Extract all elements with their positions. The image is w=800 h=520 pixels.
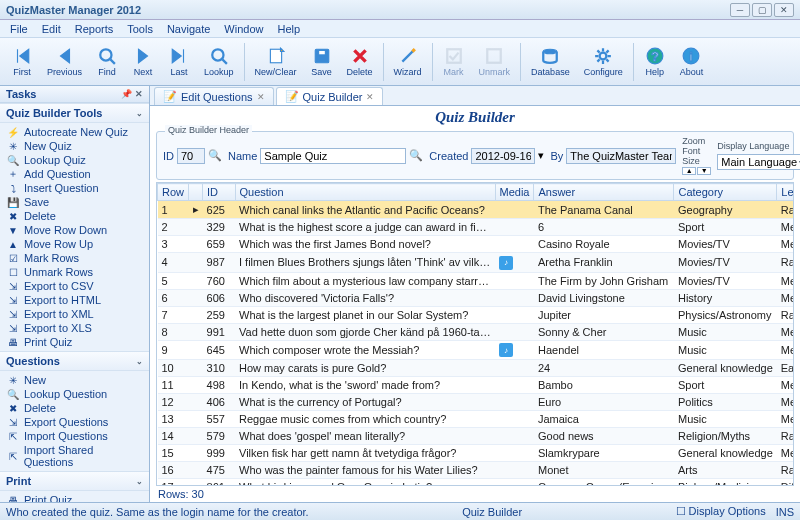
table-row[interactable]: 6606Who discovered 'Victoria Falls'?Davi… [158, 289, 795, 306]
sidebar-item-import-questions[interactable]: ⇱Import Questions [2, 429, 147, 443]
configure-button[interactable]: Configure [577, 43, 630, 80]
table-row[interactable]: 9645Which composer wrote the Messiah?♪Ha… [158, 340, 795, 360]
sidebar-group-quiz-builder-tools[interactable]: Quiz Builder Tools⌄ [0, 103, 149, 123]
menu-window[interactable]: Window [218, 21, 269, 37]
sidebar-item-export-to-html[interactable]: ⇲Export to HTML [2, 293, 147, 307]
lookup-icon[interactable]: 🔍 [208, 149, 222, 162]
quiz-grid[interactable]: RowIDQuestionMediaAnswerCategoryLevelCre… [156, 182, 794, 486]
sidebar-item-move-row-down[interactable]: ▼Move Row Down [2, 223, 147, 237]
col-question[interactable]: Question [235, 184, 495, 201]
minimize-button[interactable]: ─ [730, 3, 750, 17]
svg-rect-6 [488, 49, 502, 63]
sidebar-item-delete[interactable]: ✖Delete [2, 209, 147, 223]
database-button[interactable]: Database [524, 43, 577, 80]
tab-quiz-builder[interactable]: 📝Quiz Builder✕ [276, 87, 384, 105]
first-icon [12, 46, 32, 66]
sidebar-group-print[interactable]: Print⌄ [0, 471, 149, 491]
calendar-icon[interactable]: ▾ [538, 149, 544, 162]
table-row[interactable]: 7259What is the largest planet in our So… [158, 306, 795, 323]
lookup-button[interactable]: Lookup [197, 43, 241, 80]
delete-button[interactable]: Delete [340, 43, 380, 80]
sidebar-item-add-question[interactable]: ＋Add Question [2, 167, 147, 181]
svg-rect-5 [447, 49, 461, 63]
sidebar-item-print-quiz[interactable]: 🖶Print Quiz [2, 335, 147, 349]
save-button[interactable]: Save [304, 43, 340, 80]
col-row[interactable]: Row [158, 184, 189, 201]
sidebar-item-move-row-up[interactable]: ▲Move Row Up [2, 237, 147, 251]
sidebar-item-import-shared-questions[interactable]: ⇱Import Shared Questions [2, 443, 147, 469]
sidebar-item-export-to-csv[interactable]: ⇲Export to CSV [2, 279, 147, 293]
first-button[interactable]: First [4, 43, 40, 80]
sound-icon: ♪ [499, 256, 513, 270]
created-field[interactable] [471, 148, 535, 164]
table-row[interactable]: 3659Which was the first James Bond novel… [158, 236, 795, 253]
pin-icon[interactable]: 📌 ✕ [121, 89, 143, 99]
menu-edit[interactable]: Edit [36, 21, 67, 37]
sidebar-group-questions[interactable]: Questions⌄ [0, 351, 149, 371]
col-media[interactable]: Media [495, 184, 534, 201]
quiz-header-box: ID🔍 Name🔍 Created▾ By Zoom Font Size ▲▼ … [156, 131, 794, 180]
sidebar-item-save[interactable]: 💾Save [2, 195, 147, 209]
last-button[interactable]: Last [161, 43, 197, 80]
close-tab-icon[interactable]: ✕ [366, 92, 374, 102]
by-label: By [550, 150, 563, 162]
wizard-button[interactable]: Wizard [387, 43, 429, 80]
table-row[interactable]: 15999Vilken fisk har gett namn åt tvetyd… [158, 445, 795, 462]
chevron-icon: ⌄ [136, 477, 143, 486]
zoom-out-button[interactable]: ▼ [697, 167, 711, 175]
name-field[interactable] [260, 148, 406, 164]
tab-edit-questions[interactable]: 📝Edit Questions✕ [154, 87, 274, 105]
sidebar-item-insert-question[interactable]: ⤵Insert Question [2, 181, 147, 195]
previous-button[interactable]: Previous [40, 43, 89, 80]
sidebar-item-autocreate-new-quiz[interactable]: ⚡Autocreate New Quiz [2, 125, 147, 139]
table-row[interactable]: 4987I filmen Blues Brothers sjungs låten… [158, 253, 795, 273]
sidebar-item-new-quiz[interactable]: ✳New Quiz [2, 139, 147, 153]
about-button[interactable]: iAbout [673, 43, 711, 80]
menu-tools[interactable]: Tools [121, 21, 159, 37]
sidebar-item-new[interactable]: ✳New [2, 373, 147, 387]
col-answer[interactable]: Answer [534, 184, 674, 201]
zoom-in-button[interactable]: ▲ [682, 167, 696, 175]
menu-navigate[interactable]: Navigate [161, 21, 216, 37]
table-row[interactable]: 11498In Kendo, what is the 'sword' made … [158, 377, 795, 394]
display-options[interactable]: ☐ Display Options [676, 505, 766, 518]
menu-reports[interactable]: Reports [69, 21, 120, 37]
sidebar-item-delete[interactable]: ✖Delete [2, 401, 147, 415]
lookup-icon[interactable]: 🔍 [409, 149, 423, 162]
table-row[interactable]: 17861What bird is named Grus Grus in Lat… [158, 479, 795, 487]
maximize-button[interactable]: ▢ [752, 3, 772, 17]
sidebar-item-export-to-xml[interactable]: ⇲Export to XML [2, 307, 147, 321]
table-row[interactable]: 12406What is the currency of Portugal?Eu… [158, 394, 795, 411]
close-button[interactable]: ✕ [774, 3, 794, 17]
next-button[interactable]: Next [125, 43, 161, 80]
sidebar-item-export-to-xls[interactable]: ⇲Export to XLS [2, 321, 147, 335]
table-row[interactable]: 2329What is the highest score a judge ca… [158, 219, 795, 236]
sidebar-item-mark-rows[interactable]: ☑Mark Rows [2, 251, 147, 265]
table-row[interactable]: 16475Who was the painter famous for his … [158, 462, 795, 479]
item-icon: ⇲ [6, 280, 20, 292]
table-row[interactable]: 13557Reggae music comes from which count… [158, 411, 795, 428]
table-row[interactable]: 1▸625Which canal links the Atlantic and … [158, 201, 795, 219]
table-row[interactable]: 14579What does 'gospel' mean literally?G… [158, 428, 795, 445]
col-category[interactable]: Category [674, 184, 777, 201]
new-clear-button[interactable]: New/Clear [248, 43, 304, 80]
col-marker[interactable] [189, 184, 203, 201]
menu-help[interactable]: Help [271, 21, 306, 37]
col-level[interactable]: Level [777, 184, 794, 201]
sound-icon: ♪ [499, 343, 513, 357]
sidebar-item-lookup-question[interactable]: 🔍Lookup Question [2, 387, 147, 401]
id-field[interactable] [177, 148, 205, 164]
find-button[interactable]: Find [89, 43, 125, 80]
help-button[interactable]: ?Help [637, 43, 673, 80]
sidebar-item-export-questions[interactable]: ⇲Export Questions [2, 415, 147, 429]
table-row[interactable]: 10310How may carats is pure Gold?24Gener… [158, 360, 795, 377]
language-select[interactable]: Main Language [717, 154, 800, 170]
sidebar-item-print-quiz[interactable]: 🖶Print Quiz [2, 493, 147, 502]
table-row[interactable]: 8991Vad hette duon som gjorde Cher känd … [158, 323, 795, 340]
sidebar-item-lookup-quiz[interactable]: 🔍Lookup Quiz [2, 153, 147, 167]
menu-file[interactable]: File [4, 21, 34, 37]
sidebar-item-unmark-rows[interactable]: ☐Unmark Rows [2, 265, 147, 279]
close-tab-icon[interactable]: ✕ [257, 92, 265, 102]
table-row[interactable]: 5760Which film about a mysterious law co… [158, 272, 795, 289]
col-id[interactable]: ID [203, 184, 235, 201]
